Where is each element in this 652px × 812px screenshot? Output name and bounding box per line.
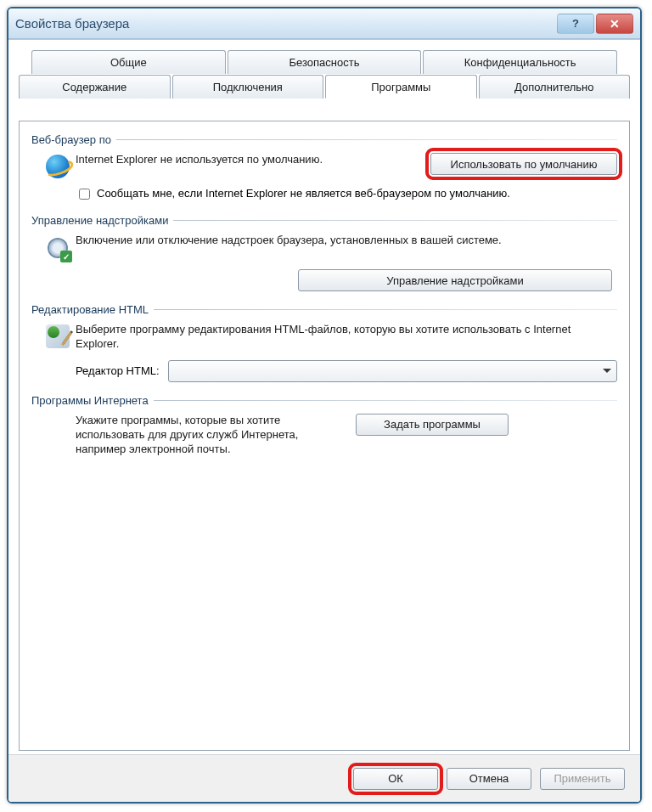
set-default-button[interactable]: Использовать по умолчанию xyxy=(430,153,617,175)
help-button[interactable]: ? xyxy=(557,14,594,34)
group-title: Веб-браузер по xyxy=(31,133,116,146)
addons-description: Включение или отключение надстроек брауз… xyxy=(76,234,617,248)
internet-programs-description: Укажите программы, которые вы хотите исп… xyxy=(76,414,356,457)
tabs: Общие Безопасность Конфиденциальность Со… xyxy=(19,50,630,101)
ie-icon xyxy=(46,155,70,178)
notify-default-checkbox[interactable] xyxy=(79,189,90,200)
tab-privacy[interactable]: Конфиденциальность xyxy=(423,50,617,74)
html-editor-icon xyxy=(46,324,70,348)
dialog-button-bar: ОК Отмена Применить xyxy=(8,754,640,802)
tab-content[interactable]: Содержание xyxy=(19,75,171,99)
set-programs-button[interactable]: Задать программы xyxy=(356,414,509,436)
cancel-button[interactable]: Отмена xyxy=(447,768,531,790)
group-internet-programs: Программы Интернета Укажите программы, к… xyxy=(31,394,617,457)
tab-security[interactable]: Безопасность xyxy=(228,50,422,74)
manage-addons-button[interactable]: Управление надстройками xyxy=(298,269,612,291)
window-title: Свойства браузера xyxy=(15,16,555,31)
group-addons: Управление надстройками ✓ Включение или … xyxy=(31,214,617,291)
notify-default-label: Сообщать мне, если Internet Explorer не … xyxy=(97,187,510,200)
tab-programs[interactable]: Программы xyxy=(325,75,477,99)
tab-panel-programs: Веб-браузер по Internet Explorer не испо… xyxy=(19,121,630,751)
gear-icon: ✓ xyxy=(45,235,70,261)
close-button[interactable]: ✕ xyxy=(596,14,633,34)
group-html-editing: Редактирование HTML Выберите программу р… xyxy=(31,303,617,382)
group-default-browser: Веб-браузер по Internet Explorer не испо… xyxy=(31,133,617,202)
titlebar: Свойства браузера ? ✕ xyxy=(8,8,640,39)
chevron-down-icon xyxy=(603,369,611,373)
html-editor-select[interactable] xyxy=(168,360,617,382)
dialog-body: Общие Безопасность Конфиденциальность Со… xyxy=(8,39,640,802)
tab-general[interactable]: Общие xyxy=(31,50,226,74)
html-editing-description: Выберите программу редактирования HTML-ф… xyxy=(76,323,617,352)
html-editor-label: Редактор HTML: xyxy=(76,364,160,377)
group-title: Управление надстройками xyxy=(31,214,173,227)
group-title: Программы Интернета xyxy=(31,394,154,407)
tab-advanced[interactable]: Дополнительно xyxy=(479,75,631,99)
apply-button[interactable]: Применить xyxy=(540,768,625,790)
tab-connections[interactable]: Подключения xyxy=(172,75,324,99)
group-title: Редактирование HTML xyxy=(31,303,154,316)
default-browser-status: Internet Explorer не используется по умо… xyxy=(76,153,430,167)
ok-button[interactable]: ОК xyxy=(353,768,438,790)
